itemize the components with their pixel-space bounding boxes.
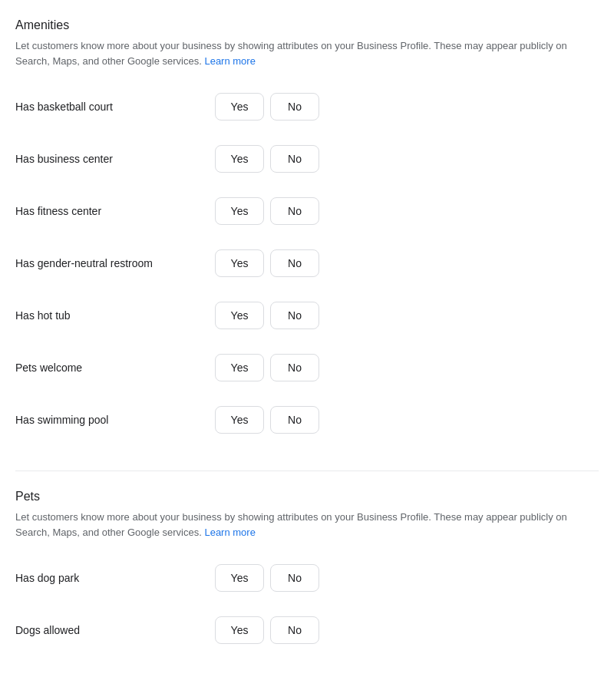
attribute-row-basketball-court: Has basketball court Yes No (15, 81, 599, 133)
pets-welcome-yes-button[interactable]: Yes (215, 354, 264, 381)
pets-welcome-no-button[interactable]: No (270, 354, 319, 381)
section-divider (15, 471, 599, 471)
dogs-allowed-no-button[interactable]: No (270, 616, 319, 644)
amenities-title: Amenities (15, 18, 599, 32)
button-group-hot-tub: Yes No (215, 302, 319, 329)
attribute-row-gender-neutral-restroom: Has gender-neutral restroom Yes No (15, 237, 599, 289)
dog-park-yes-button[interactable]: Yes (215, 564, 264, 592)
attribute-row-dogs-allowed: Dogs allowed Yes No (15, 604, 599, 656)
attribute-label-gender-neutral-restroom: Has gender-neutral restroom (15, 257, 215, 269)
button-group-swimming-pool: Yes No (215, 406, 319, 434)
button-group-business-center: Yes No (215, 145, 319, 173)
pets-description: Let customers know more about your busin… (15, 510, 599, 540)
amenities-section: Amenities Let customers know more about … (15, 18, 599, 446)
fitness-center-no-button[interactable]: No (270, 197, 319, 225)
attribute-label-fitness-center: Has fitness center (15, 205, 215, 217)
pets-title: Pets (15, 490, 599, 504)
button-group-dog-park: Yes No (215, 564, 319, 592)
fitness-center-yes-button[interactable]: Yes (215, 197, 264, 225)
swimming-pool-no-button[interactable]: No (270, 406, 319, 434)
gender-neutral-restroom-no-button[interactable]: No (270, 249, 319, 277)
pets-learn-more-link[interactable]: Learn more (204, 527, 255, 538)
amenities-attribute-list: Has basketball court Yes No Has business… (15, 81, 599, 446)
button-group-basketball-court: Yes No (215, 93, 319, 121)
pets-attribute-list: Has dog park Yes No Dogs allowed Yes No (15, 552, 599, 656)
amenities-learn-more-link[interactable]: Learn more (204, 55, 255, 67)
attribute-row-business-center: Has business center Yes No (15, 133, 599, 185)
swimming-pool-yes-button[interactable]: Yes (215, 406, 264, 434)
button-group-gender-neutral-restroom: Yes No (215, 249, 319, 277)
hot-tub-yes-button[interactable]: Yes (215, 302, 264, 329)
dogs-allowed-yes-button[interactable]: Yes (215, 616, 264, 644)
attribute-label-dog-park: Has dog park (15, 572, 215, 584)
attribute-label-swimming-pool: Has swimming pool (15, 414, 215, 426)
gender-neutral-restroom-yes-button[interactable]: Yes (215, 249, 264, 277)
pets-section: Pets Let customers know more about your … (15, 490, 599, 656)
attribute-row-pets-welcome: Pets welcome Yes No (15, 342, 599, 394)
business-center-yes-button[interactable]: Yes (215, 145, 264, 173)
button-group-fitness-center: Yes No (215, 197, 319, 225)
basketball-court-yes-button[interactable]: Yes (215, 93, 264, 121)
attribute-label-dogs-allowed: Dogs allowed (15, 624, 215, 636)
attribute-row-hot-tub: Has hot tub Yes No (15, 289, 599, 342)
attribute-row-dog-park: Has dog park Yes No (15, 552, 599, 604)
basketball-court-no-button[interactable]: No (270, 93, 319, 121)
attribute-row-swimming-pool: Has swimming pool Yes No (15, 394, 599, 446)
hot-tub-no-button[interactable]: No (270, 302, 319, 329)
attribute-label-business-center: Has business center (15, 153, 215, 165)
button-group-dogs-allowed: Yes No (215, 616, 319, 644)
business-center-no-button[interactable]: No (270, 145, 319, 173)
attribute-label-basketball-court: Has basketball court (15, 101, 215, 113)
attribute-label-hot-tub: Has hot tub (15, 309, 215, 322)
attribute-row-fitness-center: Has fitness center Yes No (15, 185, 599, 237)
amenities-description: Let customers know more about your busin… (15, 38, 599, 68)
button-group-pets-welcome: Yes No (215, 354, 319, 381)
dog-park-no-button[interactable]: No (270, 564, 319, 592)
attribute-label-pets-welcome: Pets welcome (15, 362, 215, 374)
